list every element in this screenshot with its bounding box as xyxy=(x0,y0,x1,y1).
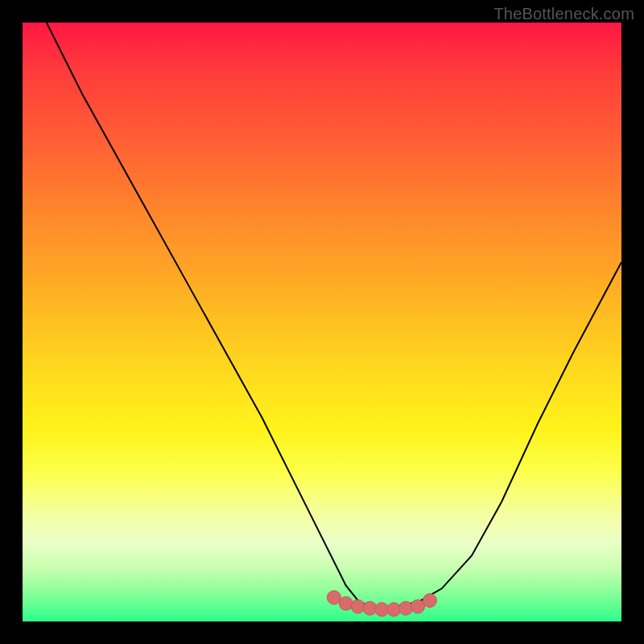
watermark-text: TheBottleneck.com xyxy=(493,5,634,23)
marker-dot xyxy=(411,600,425,613)
marker-dot xyxy=(339,597,353,610)
marker-dot xyxy=(399,601,413,615)
marker-dot xyxy=(423,593,436,607)
marker-dot xyxy=(363,601,377,615)
chart-plot-area xyxy=(23,23,621,621)
marker-dot xyxy=(351,600,365,613)
marker-dot xyxy=(387,603,401,617)
marker-group xyxy=(327,591,436,617)
marker-dot xyxy=(327,591,341,605)
left-curve-path xyxy=(47,23,394,609)
right-curve-path xyxy=(394,262,621,607)
chart-svg xyxy=(23,23,621,621)
